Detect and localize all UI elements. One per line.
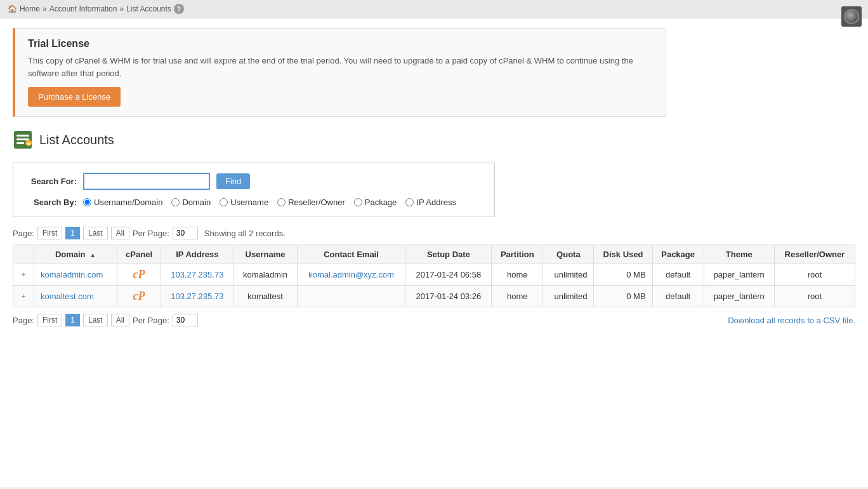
all-page-button-bottom[interactable]: All	[111, 314, 129, 326]
breadcrumb-bar: 🏠 Home » Account Information » List Acco…	[0, 0, 868, 18]
radio-domain-label: Domain	[182, 198, 211, 207]
radio-username-label: Username	[230, 198, 268, 207]
col-username: Username	[233, 245, 297, 264]
col-setup-date: Setup Date	[405, 245, 492, 264]
main-content: Trial License This copy of cPanel & WHM …	[0, 18, 868, 487]
radio-username-input[interactable]	[220, 198, 228, 206]
accounts-table: Domain ▲ cPanel IP Address Username Cont…	[13, 245, 855, 307]
all-page-button-top[interactable]: All	[111, 227, 129, 239]
quota-cell: unlimited	[543, 264, 594, 286]
trial-banner-description: This copy of cPanel & WHM is for trial u…	[28, 55, 653, 79]
search-by-label: Search By:	[26, 198, 77, 207]
col-disk-used: Disk Used	[594, 245, 652, 264]
radio-ip-label: IP Address	[416, 198, 456, 207]
search-for-label: Search For:	[26, 177, 77, 186]
setup-date-cell: 2017-01-24 03:26	[405, 286, 492, 307]
table-row: ＋komaladmin.comcP103.27.235.73komaladmin…	[13, 264, 855, 286]
search-box: Search For: Find Search By: Username/Dom…	[13, 163, 495, 217]
table-header-row: Domain ▲ cPanel IP Address Username Cont…	[13, 245, 855, 264]
col-ip-address: IP Address	[161, 245, 233, 264]
col-reseller-owner: Reseller/Owner	[774, 245, 855, 264]
showing-text-top: Showing all 2 records.	[204, 229, 286, 238]
radio-package[interactable]: Package	[354, 198, 397, 207]
corner-icon-inner	[844, 9, 859, 24]
radio-package-label: Package	[365, 198, 397, 207]
home-icon: 🏠	[8, 4, 17, 13]
setup-date-cell: 2017-01-24 06:58	[405, 264, 492, 286]
per-page-label-top: Per Page:	[133, 229, 169, 238]
trial-banner-title: Trial License	[28, 38, 653, 50]
ip-address-link[interactable]: 103.27.235.73	[171, 291, 223, 301]
theme-cell: paper_lantern	[704, 286, 774, 307]
breadcrumb-account-info[interactable]: Account Information	[49, 4, 117, 13]
csv-link[interactable]: Download all records to a CSV file.	[728, 316, 855, 325]
last-page-button-bottom[interactable]: Last	[83, 314, 108, 326]
expand-button[interactable]: ＋	[20, 270, 27, 279]
username-cell: komaladmin	[233, 264, 297, 286]
cpanel-icon[interactable]: c	[133, 290, 138, 302]
radio-reseller[interactable]: Reseller/Owner	[277, 198, 345, 207]
breadcrumb-current: List Accounts	[126, 4, 171, 13]
partition-cell: home	[492, 286, 543, 307]
search-for-row: Search For: Find	[26, 173, 482, 190]
cpanel-icon[interactable]: c	[133, 268, 138, 281]
search-by-options: Username/Domain Domain Username Reseller…	[83, 198, 456, 207]
corner-icon	[841, 6, 862, 27]
package-cell: default	[652, 286, 704, 307]
theme-cell: paper_lantern	[704, 264, 774, 286]
radio-package-input[interactable]	[354, 198, 362, 206]
col-package: Package	[652, 245, 704, 264]
radio-username-domain-input[interactable]	[83, 198, 91, 206]
quota-cell: unlimited	[543, 286, 594, 307]
radio-domain[interactable]: Domain	[171, 198, 211, 207]
email-link[interactable]: komal.admin@xyz.com	[308, 270, 394, 279]
search-input[interactable]	[83, 173, 210, 190]
domain-link[interactable]: komaladmin.com	[41, 270, 103, 279]
ip-address-link[interactable]: 103.27.235.73	[171, 270, 223, 279]
sort-arrow: ▲	[89, 251, 96, 258]
trial-banner: Trial License This copy of cPanel & WHM …	[13, 28, 666, 117]
breadcrumb-home[interactable]: Home	[20, 4, 40, 13]
reseller-owner-cell: root	[774, 264, 855, 286]
last-page-button-top[interactable]: Last	[83, 227, 108, 239]
search-by-row: Search By: Username/Domain Domain Userna…	[26, 198, 482, 207]
pagination-top: Page: First 1 Last All Per Page: Showing…	[13, 227, 855, 239]
radio-username[interactable]: Username	[220, 198, 268, 207]
per-page-input-bottom[interactable]	[173, 314, 198, 326]
first-page-button-bottom[interactable]: First	[37, 314, 62, 326]
col-quota: Quota	[543, 245, 594, 264]
col-expand	[13, 245, 34, 264]
breadcrumb-sep1: »	[43, 4, 47, 13]
expand-button[interactable]: ＋	[20, 291, 27, 300]
radio-ip-input[interactable]	[405, 198, 414, 206]
username-cell: komaltest	[233, 286, 297, 307]
per-page-label-bottom: Per Page:	[133, 316, 169, 325]
radio-ip[interactable]: IP Address	[405, 198, 456, 207]
col-contact-email: Contact Email	[297, 245, 405, 264]
current-page-button-bottom[interactable]: 1	[65, 314, 80, 326]
list-accounts-icon: ★	[13, 130, 33, 150]
table-row: ＋komaltest.comcP103.27.235.73komaltest20…	[13, 286, 855, 307]
purchase-license-button[interactable]: Purchase a License	[28, 87, 121, 107]
svg-rect-3	[16, 142, 24, 144]
radio-domain-input[interactable]	[171, 198, 180, 206]
contact-email-cell	[297, 286, 405, 307]
page-label-top: Page:	[13, 229, 34, 238]
breadcrumb-sep2: »	[119, 4, 124, 13]
reseller-owner-cell: root	[774, 286, 855, 307]
first-page-button-top[interactable]: First	[37, 227, 62, 239]
col-domain[interactable]: Domain ▲	[34, 245, 117, 264]
domain-link[interactable]: komaltest.com	[41, 291, 94, 301]
find-button[interactable]: Find	[216, 173, 250, 189]
svg-text:★: ★	[27, 142, 31, 146]
col-theme: Theme	[704, 245, 774, 264]
radio-username-domain[interactable]: Username/Domain	[83, 198, 162, 207]
current-page-button-top[interactable]: 1	[65, 227, 80, 239]
page-title: List Accounts	[39, 133, 114, 147]
csv-download[interactable]: Download all records to a CSV file.	[728, 316, 855, 325]
section-header: ★ List Accounts	[13, 130, 855, 150]
per-page-input-top[interactable]	[173, 227, 198, 239]
radio-reseller-input[interactable]	[277, 198, 286, 206]
package-cell: default	[652, 264, 704, 286]
help-icon[interactable]: ?	[174, 4, 184, 14]
